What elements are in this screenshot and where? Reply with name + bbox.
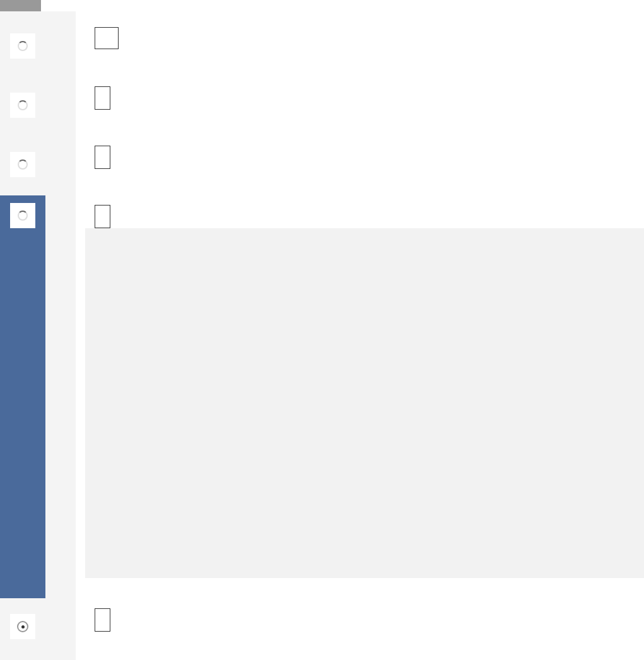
content-placeholder-5[interactable] (95, 608, 110, 632)
spinner-icon (18, 211, 28, 221)
content-placeholder-3[interactable] (95, 146, 110, 169)
sidebar-nav-item-4-active[interactable] (0, 195, 45, 598)
loading-icon (10, 152, 35, 177)
sidebar-nav-item-5[interactable] (0, 606, 45, 660)
sidebar-nav-item-2[interactable] (0, 85, 45, 144)
loading-icon (10, 203, 35, 228)
sidebar (0, 11, 76, 660)
spinner-icon (18, 41, 28, 51)
main-content (76, 11, 644, 660)
loading-icon (10, 614, 35, 639)
content-placeholder-1[interactable] (95, 27, 119, 49)
content-placeholder-2[interactable] (95, 86, 110, 110)
loading-icon (10, 93, 35, 118)
main-panel (85, 228, 644, 578)
loading-icon (10, 33, 35, 59)
spinner-icon (18, 100, 28, 110)
sidebar-nav-item-3[interactable] (0, 144, 45, 204)
radio-icon (18, 622, 28, 632)
spinner-icon (18, 159, 28, 170)
top-bar-segment (0, 0, 41, 11)
content-placeholder-4[interactable] (95, 205, 110, 228)
sidebar-nav-item-1[interactable] (0, 26, 45, 85)
